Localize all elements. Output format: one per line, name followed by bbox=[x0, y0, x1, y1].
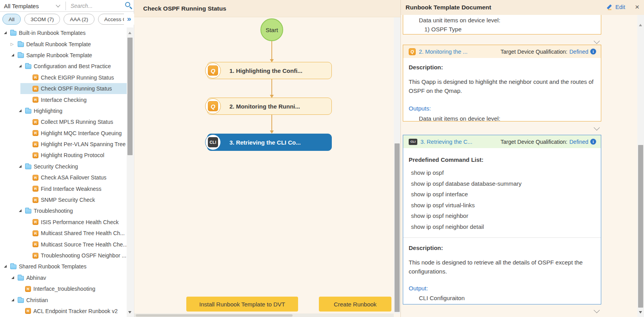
tree-item-label: Check EIGRP Running Status bbox=[41, 74, 114, 81]
command-item: show ip ospf neighbor detail bbox=[409, 221, 595, 232]
expand-open-icon[interactable] bbox=[3, 31, 8, 35]
expand-open-icon[interactable] bbox=[18, 164, 23, 169]
search-input[interactable] bbox=[66, 0, 123, 12]
tree-item[interactable]: Built-in Runbook Templates bbox=[0, 27, 127, 38]
tree-item[interactable]: ▷Default Runbook Template bbox=[0, 38, 127, 49]
info-icon[interactable]: i bbox=[590, 49, 596, 54]
tree-item[interactable]: Shared Runbook Templates bbox=[0, 261, 127, 272]
tree-item[interactable]: RMulticast Source Tree Health Che... bbox=[0, 239, 127, 250]
template-scope-dropdown[interactable]: All Templates bbox=[0, 0, 65, 12]
expand-open-icon[interactable] bbox=[18, 208, 23, 213]
expand-open-icon[interactable] bbox=[18, 64, 23, 69]
tree-item-label: Check ASA Failover Status bbox=[41, 174, 106, 181]
category-chip[interactable]: All bbox=[2, 14, 21, 25]
tree-scrollbar-thumb[interactable] bbox=[127, 38, 133, 155]
scroll-down-icon[interactable] bbox=[127, 309, 133, 315]
create-runbook-button[interactable]: Create Runbook bbox=[319, 297, 391, 312]
tree-item[interactable]: RHighlight MQC Interface Queuing bbox=[0, 128, 127, 139]
tree-item-label: Highlight Per-VLAN Spanning Tree bbox=[41, 141, 126, 147]
scroll-up-icon[interactable] bbox=[127, 30, 133, 36]
tree-item-label: ACL Endpoint Tracker Runbook v2 bbox=[33, 308, 118, 314]
double-chevron-right-icon[interactable]: » bbox=[124, 14, 134, 25]
tree-item-selected[interactable]: RCheck OSPF Running Status bbox=[0, 83, 127, 94]
runbook-icon: R bbox=[33, 253, 38, 259]
tree-item-label: Sample Runbook Template bbox=[26, 52, 92, 58]
tree-item[interactable]: RHighlight Routing Protocol bbox=[0, 150, 127, 161]
tree-item[interactable]: Troubleshooting bbox=[0, 205, 127, 216]
canvas-hscrollbar-thumb[interactable] bbox=[136, 314, 293, 317]
card3-output-value: CLI Configuraiton bbox=[409, 293, 595, 303]
start-label: Start bbox=[266, 27, 278, 33]
tree-scrollbar[interactable] bbox=[127, 27, 133, 317]
canvas-vscrollbar[interactable] bbox=[394, 17, 400, 313]
template-tree: Built-in Runbook Templates▷Default Runbo… bbox=[0, 27, 127, 317]
canvas-hscrollbar[interactable] bbox=[134, 313, 394, 317]
doc-card-step1: Data unit items on device level: 1) OSPF… bbox=[403, 15, 601, 34]
tree-item[interactable]: RCheck EIGRP Running Status bbox=[0, 72, 127, 83]
scroll-down-icon[interactable] bbox=[637, 309, 644, 315]
collapse-card2-icon[interactable] bbox=[594, 125, 600, 131]
install-runbook-template-button[interactable]: Install Runbook Template to DVT bbox=[186, 297, 298, 312]
scroll-up-icon[interactable] bbox=[637, 22, 644, 28]
tree-item[interactable]: RMulticast Shared Tree Health Ch... bbox=[0, 228, 127, 239]
tree-item-label: Find Interface Weakness bbox=[41, 186, 102, 192]
tree-item[interactable]: RHighlight Per-VLAN Spanning Tree bbox=[0, 139, 127, 150]
runbook-icon: R bbox=[33, 119, 38, 125]
document-scrollbar-thumb[interactable] bbox=[638, 145, 643, 308]
qualification-defined-link[interactable]: Defined bbox=[569, 49, 588, 55]
folder-icon bbox=[18, 276, 24, 281]
tree-item[interactable]: Christian bbox=[0, 294, 127, 305]
tree-item[interactable]: RISIS Performance Health Check bbox=[0, 217, 127, 228]
tree-item[interactable]: Configuration and Best Practice bbox=[0, 61, 127, 72]
card3-description-text: This node is designed to retrieve all th… bbox=[409, 258, 590, 276]
close-icon[interactable]: × bbox=[635, 3, 639, 11]
tree-item[interactable]: RSNMP Security Check bbox=[0, 194, 127, 205]
collapse-card3-icon[interactable] bbox=[594, 308, 600, 314]
cli-icon: CLI bbox=[205, 134, 221, 150]
tree-item-label: SNMP Security Check bbox=[41, 197, 95, 203]
tree-item[interactable]: RTroubleshooting OSPF Neighbor ... bbox=[0, 250, 127, 261]
tree-item[interactable]: RFind Interface Weakness bbox=[0, 183, 127, 194]
expand-open-icon[interactable] bbox=[11, 53, 15, 58]
runbook-icon: R bbox=[33, 230, 38, 236]
flow-node-1[interactable]: Q 1. Highlighting the Confi... bbox=[207, 62, 332, 79]
tree-item[interactable]: RCheck ASA Failover Status bbox=[0, 172, 127, 183]
card3-commands-label: Predefined Command List: bbox=[409, 155, 595, 164]
expand-closed-icon[interactable]: ▷ bbox=[11, 42, 15, 47]
tree-item-label: Collect MPLS Running Status bbox=[41, 119, 113, 125]
tree-item[interactable]: Sample Runbook Template bbox=[0, 50, 127, 61]
folder-icon bbox=[25, 165, 31, 169]
expand-open-icon[interactable] bbox=[11, 275, 15, 280]
tree-item[interactable]: RInterface_troubleshooting bbox=[0, 283, 127, 294]
document-scrollbar[interactable] bbox=[637, 15, 644, 317]
template-scope-value: All Templates bbox=[4, 3, 39, 9]
expand-open-icon[interactable] bbox=[3, 264, 8, 269]
tree-item[interactable]: Abhinav bbox=[0, 272, 127, 283]
tree-item[interactable]: Security Checking bbox=[0, 161, 127, 172]
folder-icon bbox=[10, 264, 16, 269]
card1-output-line: Data unit items on device level: bbox=[409, 16, 595, 25]
runbook-icon: R bbox=[33, 175, 38, 181]
search-box[interactable] bbox=[66, 0, 123, 12]
flow-node-2[interactable]: Q 2. Monitoring the Runni... bbox=[207, 98, 332, 115]
flow-start-node[interactable]: Start bbox=[260, 18, 283, 41]
flow-node-3[interactable]: CLI 3. Retrieving the CLI Co... bbox=[207, 134, 332, 151]
edit-button[interactable]: Edit bbox=[608, 4, 625, 11]
info-icon[interactable]: i bbox=[590, 139, 596, 145]
tree-item[interactable]: RInterface Checking bbox=[0, 94, 127, 105]
card2-title[interactable]: 2. Monitoring the ... bbox=[419, 49, 497, 55]
expand-open-icon[interactable] bbox=[11, 298, 15, 303]
card3-description-label: Description: bbox=[409, 243, 595, 252]
category-chip[interactable]: AAA (2) bbox=[64, 14, 95, 25]
tree-item[interactable]: Highlighting bbox=[0, 105, 127, 116]
card3-title[interactable]: 3. Retrieving the C... bbox=[420, 139, 497, 145]
folder-icon bbox=[25, 209, 31, 214]
tree-item[interactable]: RCollect MPLS Running Status bbox=[0, 116, 127, 127]
tree-item[interactable]: RACL Endpoint Tracker Runbook v2 bbox=[0, 306, 127, 317]
search-icon[interactable] bbox=[125, 2, 133, 10]
collapse-card1-icon[interactable] bbox=[594, 38, 600, 45]
canvas-vscrollbar-thumb[interactable] bbox=[395, 143, 400, 312]
expand-open-icon[interactable] bbox=[18, 109, 23, 113]
qualification-defined-link[interactable]: Defined bbox=[569, 139, 588, 145]
category-chip[interactable]: 3COM (7) bbox=[24, 14, 60, 25]
